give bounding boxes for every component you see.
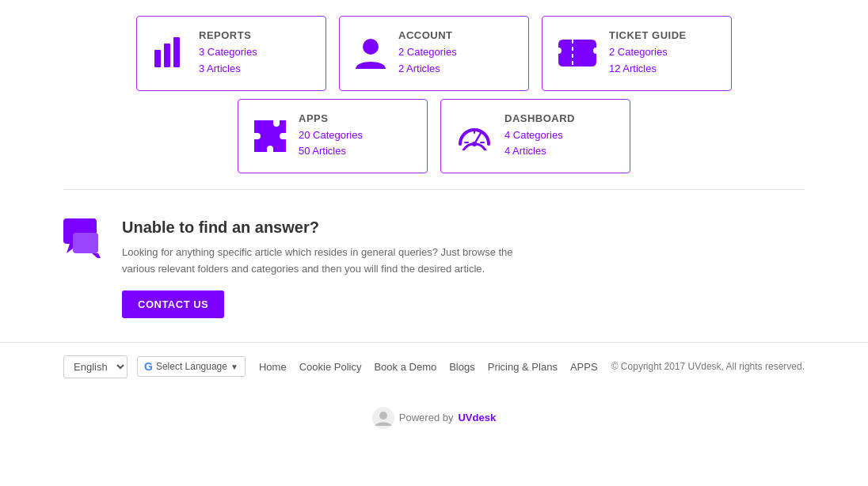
- google-translate-label: Select Language: [156, 361, 227, 372]
- svg-rect-1: [164, 44, 170, 67]
- cards-row-2: APPS 20 Categories 50 Articles DASHBO: [63, 99, 805, 174]
- uvdesk-logo-icon: [372, 407, 394, 429]
- footer-link-book-demo[interactable]: Book a Demo: [374, 361, 436, 373]
- ticket-guide-categories: 2 Categories: [609, 44, 687, 61]
- svg-rect-12: [73, 233, 98, 253]
- footer-link-blogs[interactable]: Blogs: [449, 361, 475, 373]
- svg-line-6: [474, 133, 481, 144]
- apps-info: APPS 20 Categories 50 Articles: [299, 112, 363, 161]
- footer: English G Select Language ▼ Home Cookie …: [0, 342, 868, 391]
- reports-card[interactable]: REPORTS 3 Categories 3 Articles: [136, 16, 326, 91]
- ticket-guide-articles: 12 Articles: [609, 61, 687, 78]
- footer-nav: Home Cookie Policy Book a Demo Blogs Pri…: [259, 361, 598, 373]
- unable-section: Unable to find an answer? Looking for an…: [0, 203, 868, 342]
- reports-info: REPORTS 3 Categories 3 Articles: [199, 29, 257, 78]
- apps-categories: 20 Categories: [299, 127, 363, 144]
- apps-card[interactable]: APPS 20 Categories 50 Articles: [238, 99, 428, 174]
- account-title: ACCOUNT: [398, 29, 457, 41]
- apps-articles: 50 Articles: [299, 143, 363, 160]
- account-card[interactable]: ACCOUNT 2 Categories 2 Articles: [339, 16, 529, 91]
- svg-point-3: [363, 39, 379, 55]
- cards-row-1: REPORTS 3 Categories 3 Articles ACCOUNT …: [63, 16, 805, 91]
- ticket-guide-card[interactable]: TICKET GUIDE 2 Categories 12 Articles: [542, 16, 732, 91]
- footer-link-apps[interactable]: APPS: [570, 361, 598, 373]
- account-info: ACCOUNT 2 Categories 2 Articles: [398, 29, 457, 78]
- svg-marker-13: [92, 253, 103, 258]
- contact-us-button[interactable]: CONTACT US: [122, 290, 224, 318]
- unable-description: Looking for anything specific article wh…: [122, 245, 534, 278]
- svg-rect-0: [154, 50, 161, 67]
- dashboard-articles: 4 Articles: [504, 143, 575, 160]
- reports-title: REPORTS: [199, 29, 257, 41]
- google-translate-widget[interactable]: G Select Language ▼: [137, 356, 246, 377]
- footer-copyright: © Copyright 2017 UVdesk, All rights rese…: [611, 361, 805, 372]
- dashboard-info: DASHBOARD 4 Categories 4 Articles: [504, 112, 575, 161]
- bar-chart-icon: [153, 37, 186, 69]
- footer-left: English G Select Language ▼: [63, 355, 246, 378]
- main-divider: [63, 189, 805, 190]
- speedometer-icon: [457, 122, 492, 150]
- google-g-icon: G: [144, 360, 153, 373]
- language-select[interactable]: English: [63, 355, 128, 378]
- footer-link-pricing-plans[interactable]: Pricing & Plans: [488, 361, 558, 373]
- powered-by-text: Powered by: [399, 412, 454, 423]
- account-articles: 2 Articles: [398, 61, 457, 78]
- dashboard-card[interactable]: DASHBOARD 4 Categories 4 Articles: [440, 99, 630, 174]
- unable-heading: Unable to find an answer?: [122, 218, 534, 237]
- chat-icon: [63, 218, 106, 258]
- dashboard-title: DASHBOARD: [504, 112, 575, 124]
- powered-by-section: Powered by UVdesk: [0, 391, 868, 445]
- user-icon: [356, 37, 386, 69]
- reports-articles: 3 Articles: [199, 61, 257, 78]
- footer-link-cookie-policy[interactable]: Cookie Policy: [299, 361, 362, 373]
- reports-categories: 3 Categories: [199, 44, 257, 61]
- footer-link-home[interactable]: Home: [259, 361, 287, 373]
- svg-rect-2: [173, 37, 180, 67]
- apps-title: APPS: [299, 112, 363, 124]
- ticket-guide-info: TICKET GUIDE 2 Categories 12 Articles: [609, 29, 687, 78]
- account-categories: 2 Categories: [398, 44, 457, 61]
- translate-arrow-icon: ▼: [230, 363, 238, 371]
- ticket-icon: [558, 40, 596, 66]
- uvdesk-brand-link[interactable]: UVdesk: [458, 412, 496, 423]
- dashboard-categories: 4 Categories: [504, 127, 575, 144]
- unable-content: Unable to find an answer? Looking for an…: [122, 218, 534, 318]
- svg-point-14: [379, 412, 387, 420]
- puzzle-icon: [254, 120, 286, 152]
- ticket-guide-title: TICKET GUIDE: [609, 29, 687, 41]
